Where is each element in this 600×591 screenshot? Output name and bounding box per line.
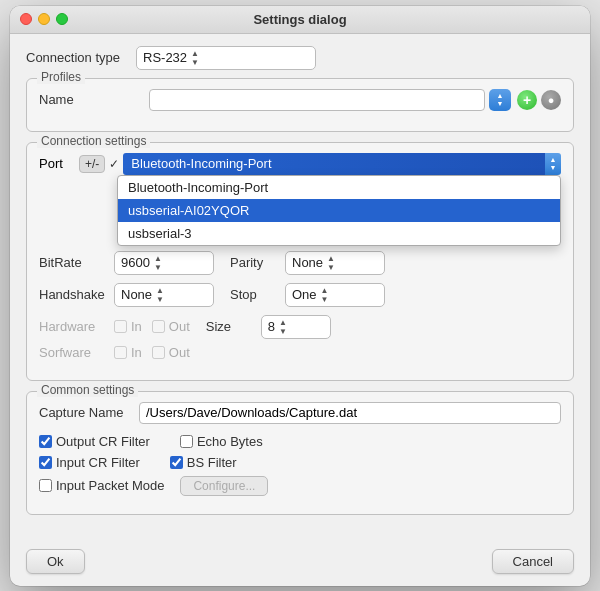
handshake-stepper[interactable]: ▲ ▼ (156, 286, 164, 304)
parity-label: Parity (230, 255, 285, 270)
software-checkboxes: In Out (114, 345, 190, 360)
size-label: Size (206, 319, 261, 334)
connection-type-row: Connection type RS-232 ▲ ▼ (26, 46, 574, 70)
profiles-section: Profiles Name ▲▼ + ● (26, 78, 574, 132)
handshake-select[interactable]: None ▲ ▼ (114, 283, 214, 307)
output-cr-filter-checkbox[interactable] (39, 435, 52, 448)
name-stepper-arrows: ▲▼ (497, 92, 504, 108)
input-packet-mode-checkbox[interactable] (39, 479, 52, 492)
capture-name-row: Capture Name (39, 402, 561, 424)
handshake-value: None (121, 287, 152, 302)
port-controls: +/- ✓ Bluetooth-Incoming-Port ▲▼ (79, 153, 561, 175)
close-button[interactable] (20, 13, 32, 25)
cancel-button[interactable]: Cancel (492, 549, 574, 574)
size-select[interactable]: 8 ▲ ▼ (261, 315, 331, 339)
echo-bytes-checkbox[interactable] (180, 435, 193, 448)
title-bar: Settings dialog (10, 6, 590, 34)
input-cr-filter-label: Input CR Filter (39, 455, 140, 470)
name-label: Name (39, 92, 149, 107)
size-value: 8 (268, 319, 275, 334)
hardware-in-checkbox[interactable] (114, 320, 127, 333)
maximize-button[interactable] (56, 13, 68, 25)
connection-type-select[interactable]: RS-232 ▲ ▼ (136, 46, 316, 70)
port-display[interactable]: Bluetooth-Incoming-Port ▲▼ (123, 153, 561, 175)
hardware-in-label: In (114, 319, 142, 334)
handshake-stop-row: Handshake None ▲ ▼ Stop One ▲ ▼ (39, 283, 561, 307)
name-stepper[interactable]: ▲▼ (489, 89, 511, 111)
software-in-label: In (114, 345, 142, 360)
port-dropdown: Bluetooth-Incoming-Port usbserial-AI02YQ… (117, 175, 561, 246)
port-option-usbserial-ai-label: usbserial-AI02YQOR (128, 203, 249, 218)
hardware-checkboxes: In Out (114, 319, 190, 334)
common-settings-section: Common settings Capture Name Output CR F… (26, 391, 574, 515)
software-out-checkbox[interactable] (152, 346, 165, 359)
software-row: Sorfware In Out (39, 345, 561, 360)
bitrate-stepper[interactable]: ▲ ▼ (154, 254, 162, 272)
bitrate-select[interactable]: 9600 ▲ ▼ (114, 251, 214, 275)
port-option-usbserial-ai[interactable]: usbserial-AI02YQOR (118, 199, 560, 222)
port-selected-text: Bluetooth-Incoming-Port (123, 153, 545, 175)
stop-stepper[interactable]: ▲ ▼ (321, 286, 329, 304)
connection-settings-section: Connection settings Port +/- ✓ Bluetooth… (26, 142, 574, 381)
input-packet-mode-row: Input Packet Mode Configure... (39, 476, 561, 496)
port-option-bluetooth[interactable]: Bluetooth-Incoming-Port (118, 176, 560, 199)
input-cr-filter-checkbox[interactable] (39, 456, 52, 469)
traffic-lights (20, 13, 68, 25)
stop-select[interactable]: One ▲ ▼ (285, 283, 385, 307)
parity-select[interactable]: None ▲ ▼ (285, 251, 385, 275)
capture-name-label: Capture Name (39, 405, 139, 420)
connection-type-value: RS-232 (143, 50, 187, 65)
output-cr-filter-label: Output CR Filter (39, 434, 150, 449)
input-packet-mode-label: Input Packet Mode (39, 478, 164, 493)
bs-filter-label: BS Filter (170, 455, 237, 470)
dialog-title: Settings dialog (253, 12, 346, 27)
bs-filter-checkbox[interactable] (170, 456, 183, 469)
hardware-label: Hardware (39, 319, 114, 334)
bitrate-parity-row: BitRate 9600 ▲ ▼ Parity None ▲ ▼ (39, 251, 561, 275)
port-header: +/- ✓ Bluetooth-Incoming-Port ▲▼ (79, 153, 561, 175)
software-out-label: Out (152, 345, 190, 360)
connection-type-label: Connection type (26, 50, 136, 65)
connection-settings-title: Connection settings (37, 134, 150, 148)
stepper-up-icon: ▲ (191, 49, 199, 58)
ok-button[interactable]: Ok (26, 549, 85, 574)
bottom-buttons: Ok Cancel (10, 541, 590, 586)
hardware-out-label: Out (152, 319, 190, 334)
echo-bytes-label: Echo Bytes (180, 434, 263, 449)
remove-profile-button[interactable]: ● (541, 90, 561, 110)
connection-type-stepper[interactable]: ▲ ▼ (191, 49, 199, 67)
software-in-checkbox[interactable] (114, 346, 127, 359)
bitrate-value: 9600 (121, 255, 150, 270)
port-plus-minus-button[interactable]: +/- (79, 155, 105, 173)
port-option-usbserial-3[interactable]: usbserial-3 (118, 222, 560, 245)
port-stepper-arrows: ▲▼ (550, 156, 557, 172)
stop-value: One (292, 287, 317, 302)
port-option-bluetooth-label: Bluetooth-Incoming-Port (128, 180, 268, 195)
handshake-label: Handshake (39, 287, 114, 302)
configure-button[interactable]: Configure... (180, 476, 268, 496)
parity-value: None (292, 255, 323, 270)
common-settings-title: Common settings (37, 383, 138, 397)
output-cr-echo-row: Output CR Filter Echo Bytes (39, 434, 561, 449)
input-cr-bs-row: Input CR Filter BS Filter (39, 455, 561, 470)
hardware-out-checkbox[interactable] (152, 320, 165, 333)
parity-stepper[interactable]: ▲ ▼ (327, 254, 335, 272)
port-checkmark-icon: ✓ (109, 157, 119, 171)
size-stepper[interactable]: ▲ ▼ (279, 318, 287, 336)
hardware-size-row: Hardware In Out Size 8 ▲ ▼ (39, 315, 561, 339)
add-profile-button[interactable]: + (517, 90, 537, 110)
bitrate-label: BitRate (39, 255, 114, 270)
software-label: Sorfware (39, 345, 114, 360)
port-label: Port (39, 156, 79, 171)
port-row: Port +/- ✓ Bluetooth-Incoming-Port ▲▼ (39, 153, 561, 175)
minimize-button[interactable] (38, 13, 50, 25)
stepper-down-icon: ▼ (191, 58, 199, 67)
profiles-section-title: Profiles (37, 70, 85, 84)
dialog-body: Connection type RS-232 ▲ ▼ Profiles Name… (10, 34, 590, 541)
name-input[interactable] (149, 89, 485, 111)
capture-name-input[interactable] (139, 402, 561, 424)
port-option-usbserial-3-label: usbserial-3 (128, 226, 192, 241)
name-row: Name ▲▼ + ● (39, 89, 561, 111)
port-stepper[interactable]: ▲▼ (545, 153, 561, 175)
settings-dialog: Settings dialog Connection type RS-232 ▲… (10, 6, 590, 586)
